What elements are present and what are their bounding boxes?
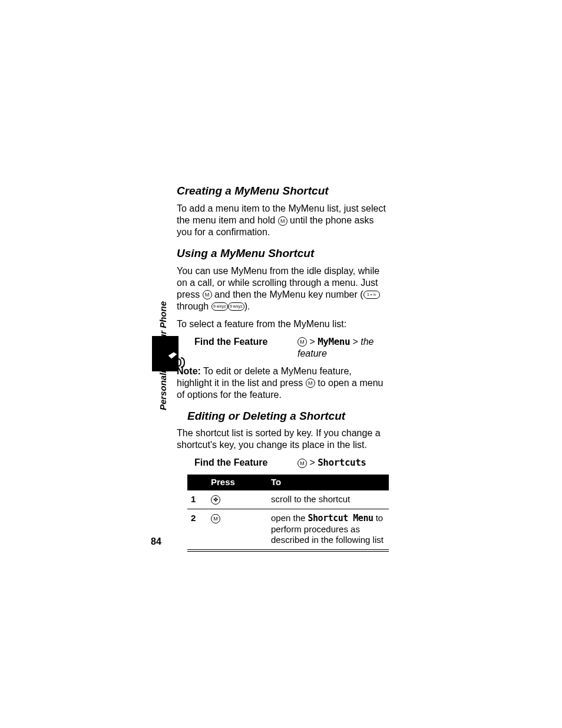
key-9-icon: 9 wxyz xyxy=(211,302,228,311)
heading-creating: Creating a MyMenu Shortcut xyxy=(177,184,389,198)
table-row: 2 M open the Shortcut Menu to perform pr… xyxy=(187,509,389,551)
heading-editing: Editing or Deleting a Shortcut xyxy=(187,409,389,423)
heading-using: Using a MyMenu Shortcut xyxy=(177,246,389,261)
find-feature-row-mymenu: Find the Feature M > MyMenu > the featur… xyxy=(177,336,389,360)
find-feature-label: Find the Feature xyxy=(177,336,297,348)
note-edit-delete: Note: To edit or delete a MyMenu feature… xyxy=(177,365,389,401)
table-head-press: Press xyxy=(207,475,267,490)
side-caption-text: Personalizing Your Phone xyxy=(158,301,168,410)
key-1-icon: 1 • ∞ xyxy=(363,291,380,299)
find-feature-path: M > Shortcuts xyxy=(297,457,389,469)
menu-key-icon: M xyxy=(278,216,287,226)
key-9-icon: 9 wxyz xyxy=(228,302,244,311)
para-using-2: To select a feature from the MyMenu list… xyxy=(177,318,389,330)
menu-key-icon: M xyxy=(306,378,315,388)
manual-page: Personalizing Your Phone 84 Creating a M… xyxy=(0,0,562,728)
procedure-table: Press To 1 ✥ scroll to the shortcut 2 M xyxy=(187,475,389,552)
table-header-row: Press To xyxy=(187,475,389,490)
to-cell: scroll to the shortcut xyxy=(267,490,389,509)
para-editing: The shortcut list is sorted by key. If y… xyxy=(177,427,389,451)
step-number: 2 xyxy=(187,509,207,551)
menu-key-icon: M xyxy=(297,459,307,468)
page-content: Creating a MyMenu Shortcut To add a menu… xyxy=(177,184,389,552)
find-feature-label: Find the Feature xyxy=(177,457,297,469)
page-number: 84 xyxy=(151,536,161,547)
table-row: 1 ✥ scroll to the shortcut xyxy=(187,490,389,509)
to-cell: open the Shortcut Menu to perform proced… xyxy=(267,509,389,551)
menu-key-icon: M xyxy=(297,337,307,347)
menu-key-icon: M xyxy=(203,290,212,299)
menu-key-icon: M xyxy=(211,514,220,523)
para-creating: To add a menu item to the MyMenu list, j… xyxy=(177,203,389,238)
find-feature-path: M > MyMenu > the feature xyxy=(297,336,389,360)
para-using-1: You can use MyMenu from the idle display… xyxy=(177,265,389,312)
find-feature-row-shortcuts: Find the Feature M > Shortcuts xyxy=(177,457,389,469)
step-number: 1 xyxy=(187,490,207,509)
table-head-blank xyxy=(187,475,207,490)
nav-key-icon: ✥ xyxy=(211,495,220,505)
press-cell: M xyxy=(207,509,267,551)
table-head-to: To xyxy=(267,475,389,490)
press-cell: ✥ xyxy=(207,490,267,509)
